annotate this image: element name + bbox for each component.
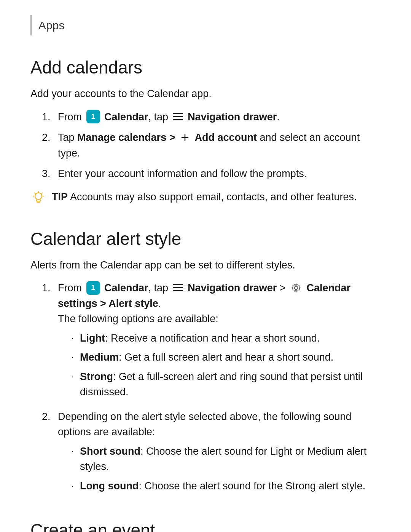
- svg-line-7: [35, 193, 35, 193]
- step-number: 2.: [42, 130, 58, 145]
- tip-lightbulb-icon: [30, 190, 46, 206]
- section-add-calendars: Add calendars Add your accounts to the C…: [30, 54, 381, 206]
- section-intro-alert-style: Alerts from the Calendar app can be set …: [30, 257, 381, 273]
- header-bar: Apps: [30, 15, 381, 35]
- section-heading-add-calendars: Add calendars: [30, 54, 381, 81]
- list-item: 1. From 1 Calendar, tap Navigation drawe…: [42, 109, 381, 125]
- header-divider: [30, 15, 32, 35]
- add-calendars-list: 1. From 1 Calendar, tap Navigation drawe…: [30, 109, 381, 182]
- svg-line-8: [41, 193, 42, 193]
- list-item: 3. Enter your account information and fo…: [42, 166, 381, 182]
- sound-options-bullets: · Short sound: Choose the alert sound fo…: [58, 444, 381, 494]
- section-intro-add-calendars: Add your accounts to the Calendar app.: [30, 86, 381, 102]
- gear-icon: [290, 282, 302, 294]
- step-number: 1.: [42, 109, 58, 125]
- step-content: Enter your account information and follo…: [58, 166, 381, 182]
- tip-box: TIP Accounts may also support email, con…: [30, 189, 381, 206]
- svg-point-2: [35, 193, 42, 200]
- svg-point-11: [294, 286, 298, 289]
- section-calendar-alert-style: Calendar alert style Alerts from the Cal…: [30, 226, 381, 498]
- section-heading-create-event: Create an event: [30, 517, 381, 532]
- section-create-event: Create an event Use your Calendar to cre…: [30, 517, 381, 532]
- alert-style-list: 1. From 1 Calendar, tap Navigation drawe…: [30, 280, 381, 497]
- list-item: 2. Depending on the alert style selected…: [42, 409, 381, 498]
- header-title: Apps: [38, 15, 64, 35]
- bullet-item: · Light: Receive a notification and hear…: [72, 331, 381, 346]
- alert-style-bullets: · Light: Receive a notification and hear…: [58, 331, 381, 400]
- bullet-item: · Short sound: Choose the alert sound fo…: [72, 444, 381, 474]
- list-item: 2. Tap Manage calendars > Add account an…: [42, 130, 381, 161]
- step-content: Depending on the alert style selected ab…: [58, 409, 381, 498]
- menu-icon: [173, 112, 183, 121]
- step-number: 1.: [42, 280, 58, 296]
- calendar-icon: 1: [86, 110, 100, 123]
- bullet-item: · Strong: Get a full-screen alert and ri…: [72, 369, 381, 400]
- bullet-item: · Medium: Get a full screen alert and he…: [72, 350, 381, 365]
- step-content: From 1 Calendar, tap Navigation drawer.: [58, 109, 381, 125]
- menu-icon: [173, 284, 183, 292]
- list-item: 1. From 1 Calendar, tap Navigation drawe…: [42, 280, 381, 404]
- bullet-item: · Long sound: Choose the alert sound for…: [72, 478, 381, 494]
- step-content: Tap Manage calendars > Add account and s…: [58, 130, 381, 161]
- step-number: 3.: [42, 166, 58, 182]
- tip-text: TIP Accounts may also support email, con…: [52, 189, 357, 205]
- step-content: From 1 Calendar, tap Navigation drawer >: [58, 280, 381, 404]
- step-number: 2.: [42, 409, 58, 425]
- page-container: Apps Add calendars Add your accounts to …: [0, 0, 411, 532]
- calendar-icon: 1: [86, 281, 100, 295]
- section-heading-alert-style: Calendar alert style: [30, 226, 381, 252]
- plus-icon: [180, 132, 190, 143]
